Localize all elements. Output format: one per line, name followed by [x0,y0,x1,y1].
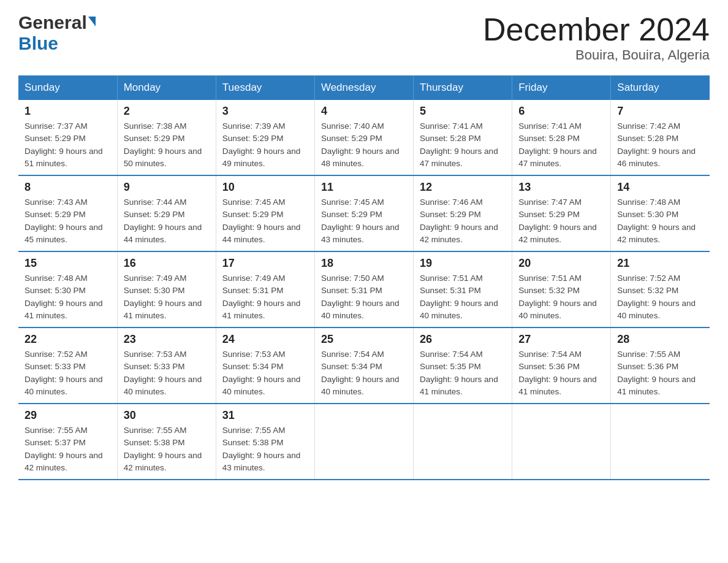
calendar-day-cell: 2 Sunrise: 7:38 AMSunset: 5:29 PMDayligh… [117,100,216,175]
weekday-header-friday: Friday [512,75,611,100]
day-info: Sunrise: 7:55 AMSunset: 5:38 PMDaylight:… [124,426,202,472]
calendar-day-cell [512,404,611,480]
calendar-day-cell [314,404,413,480]
day-info: Sunrise: 7:41 AMSunset: 5:28 PMDaylight:… [518,121,597,168]
weekday-header-saturday: Saturday [611,75,710,100]
calendar-day-cell: 30 Sunrise: 7:55 AMSunset: 5:38 PMDaylig… [117,404,216,480]
day-info: Sunrise: 7:51 AMSunset: 5:32 PMDaylight:… [518,274,597,320]
day-number: 16 [124,257,210,270]
calendar-day-cell: 11 Sunrise: 7:45 AMSunset: 5:29 PMDaylig… [314,175,413,251]
page-title: December 2024 [483,12,710,47]
calendar-day-cell: 8 Sunrise: 7:43 AMSunset: 5:29 PMDayligh… [18,175,117,251]
calendar-week-row: 22 Sunrise: 7:52 AMSunset: 5:33 PMDaylig… [18,327,710,404]
calendar-day-cell: 21 Sunrise: 7:52 AMSunset: 5:32 PMDaylig… [611,251,710,327]
day-number: 31 [222,409,308,422]
calendar-day-cell: 27 Sunrise: 7:54 AMSunset: 5:36 PMDaylig… [512,327,611,404]
calendar-day-cell: 5 Sunrise: 7:41 AMSunset: 5:28 PMDayligh… [414,100,512,175]
day-number: 6 [518,105,604,118]
calendar-day-cell [611,404,710,480]
day-info: Sunrise: 7:48 AMSunset: 5:30 PMDaylight:… [25,274,103,320]
day-info: Sunrise: 7:44 AMSunset: 5:29 PMDaylight:… [124,197,202,244]
day-info: Sunrise: 7:53 AMSunset: 5:33 PMDaylight:… [124,350,202,396]
day-info: Sunrise: 7:52 AMSunset: 5:33 PMDaylight:… [25,350,103,396]
day-number: 4 [321,105,407,118]
day-info: Sunrise: 7:54 AMSunset: 5:36 PMDaylight:… [518,350,597,396]
calendar-week-row: 1 Sunrise: 7:37 AMSunset: 5:29 PMDayligh… [18,100,710,175]
calendar-day-cell: 31 Sunrise: 7:55 AMSunset: 5:38 PMDaylig… [216,404,314,480]
calendar-day-cell: 23 Sunrise: 7:53 AMSunset: 5:33 PMDaylig… [117,327,216,404]
day-info: Sunrise: 7:40 AMSunset: 5:29 PMDaylight:… [321,121,400,168]
calendar-day-cell: 3 Sunrise: 7:39 AMSunset: 5:29 PMDayligh… [216,100,314,175]
logo-blue-text: Blue [18,33,58,54]
calendar-day-cell: 20 Sunrise: 7:51 AMSunset: 5:32 PMDaylig… [512,251,611,327]
calendar-week-row: 15 Sunrise: 7:48 AMSunset: 5:30 PMDaylig… [18,251,710,327]
day-info: Sunrise: 7:52 AMSunset: 5:32 PMDaylight:… [617,274,696,320]
day-number: 13 [518,181,604,194]
weekday-header-row: SundayMondayTuesdayWednesdayThursdayFrid… [18,75,710,100]
day-info: Sunrise: 7:54 AMSunset: 5:34 PMDaylight:… [321,350,400,396]
day-info: Sunrise: 7:49 AMSunset: 5:31 PMDaylight:… [222,274,301,320]
calendar-day-cell: 22 Sunrise: 7:52 AMSunset: 5:33 PMDaylig… [18,327,117,404]
day-number: 12 [420,181,506,194]
day-number: 21 [617,257,703,270]
calendar-day-cell: 19 Sunrise: 7:51 AMSunset: 5:31 PMDaylig… [414,251,512,327]
day-number: 28 [617,333,703,346]
calendar-day-cell: 29 Sunrise: 7:55 AMSunset: 5:37 PMDaylig… [18,404,117,480]
day-number: 7 [617,105,703,118]
calendar-day-cell: 9 Sunrise: 7:44 AMSunset: 5:29 PMDayligh… [117,175,216,251]
calendar-day-cell: 26 Sunrise: 7:54 AMSunset: 5:35 PMDaylig… [414,327,512,404]
day-number: 1 [25,105,111,118]
page-subtitle: Bouira, Bouira, Algeria [483,47,710,63]
day-info: Sunrise: 7:41 AMSunset: 5:28 PMDaylight:… [420,121,498,168]
day-number: 2 [124,105,210,118]
weekday-header-wednesday: Wednesday [314,75,413,100]
day-info: Sunrise: 7:49 AMSunset: 5:30 PMDaylight:… [124,274,202,320]
weekday-header-sunday: Sunday [18,75,117,100]
logo: General Blue [18,12,96,54]
calendar-day-cell: 12 Sunrise: 7:46 AMSunset: 5:29 PMDaylig… [414,175,512,251]
day-info: Sunrise: 7:55 AMSunset: 5:37 PMDaylight:… [25,426,103,472]
day-info: Sunrise: 7:42 AMSunset: 5:28 PMDaylight:… [617,121,696,168]
calendar-day-cell: 4 Sunrise: 7:40 AMSunset: 5:29 PMDayligh… [314,100,413,175]
title-block: December 2024 Bouira, Bouira, Algeria [483,12,710,63]
day-info: Sunrise: 7:45 AMSunset: 5:29 PMDaylight:… [321,197,400,244]
calendar-week-row: 29 Sunrise: 7:55 AMSunset: 5:37 PMDaylig… [18,404,710,480]
day-info: Sunrise: 7:51 AMSunset: 5:31 PMDaylight:… [420,274,498,320]
day-number: 24 [222,333,308,346]
calendar-day-cell: 17 Sunrise: 7:49 AMSunset: 5:31 PMDaylig… [216,251,314,327]
calendar-day-cell: 25 Sunrise: 7:54 AMSunset: 5:34 PMDaylig… [314,327,413,404]
logo-triangle-icon [88,17,96,26]
calendar-day-cell: 6 Sunrise: 7:41 AMSunset: 5:28 PMDayligh… [512,100,611,175]
day-info: Sunrise: 7:38 AMSunset: 5:29 PMDaylight:… [124,121,202,168]
day-info: Sunrise: 7:43 AMSunset: 5:29 PMDaylight:… [25,197,103,244]
calendar-day-cell: 1 Sunrise: 7:37 AMSunset: 5:29 PMDayligh… [18,100,117,175]
calendar-day-cell: 15 Sunrise: 7:48 AMSunset: 5:30 PMDaylig… [18,251,117,327]
day-number: 11 [321,181,407,194]
calendar-week-row: 8 Sunrise: 7:43 AMSunset: 5:29 PMDayligh… [18,175,710,251]
day-info: Sunrise: 7:47 AMSunset: 5:29 PMDaylight:… [518,197,597,244]
day-number: 22 [25,333,111,346]
page-header: General Blue December 2024 Bouira, Bouir… [18,12,710,63]
day-info: Sunrise: 7:46 AMSunset: 5:29 PMDaylight:… [420,197,498,244]
day-number: 25 [321,333,407,346]
day-number: 27 [518,333,604,346]
calendar-day-cell: 16 Sunrise: 7:49 AMSunset: 5:30 PMDaylig… [117,251,216,327]
day-info: Sunrise: 7:55 AMSunset: 5:38 PMDaylight:… [222,426,301,472]
day-number: 26 [420,333,506,346]
calendar-day-cell: 18 Sunrise: 7:50 AMSunset: 5:31 PMDaylig… [314,251,413,327]
day-number: 9 [124,181,210,194]
day-number: 8 [25,181,111,194]
day-number: 15 [25,257,111,270]
weekday-header-thursday: Thursday [414,75,512,100]
day-number: 18 [321,257,407,270]
weekday-header-monday: Monday [117,75,216,100]
day-info: Sunrise: 7:50 AMSunset: 5:31 PMDaylight:… [321,274,400,320]
calendar-table: SundayMondayTuesdayWednesdayThursdayFrid… [18,75,710,480]
day-info: Sunrise: 7:53 AMSunset: 5:34 PMDaylight:… [222,350,301,396]
day-info: Sunrise: 7:39 AMSunset: 5:29 PMDaylight:… [222,121,301,168]
day-number: 19 [420,257,506,270]
day-number: 30 [124,409,210,422]
calendar-day-cell: 7 Sunrise: 7:42 AMSunset: 5:28 PMDayligh… [611,100,710,175]
calendar-day-cell: 14 Sunrise: 7:48 AMSunset: 5:30 PMDaylig… [611,175,710,251]
day-number: 29 [25,409,111,422]
